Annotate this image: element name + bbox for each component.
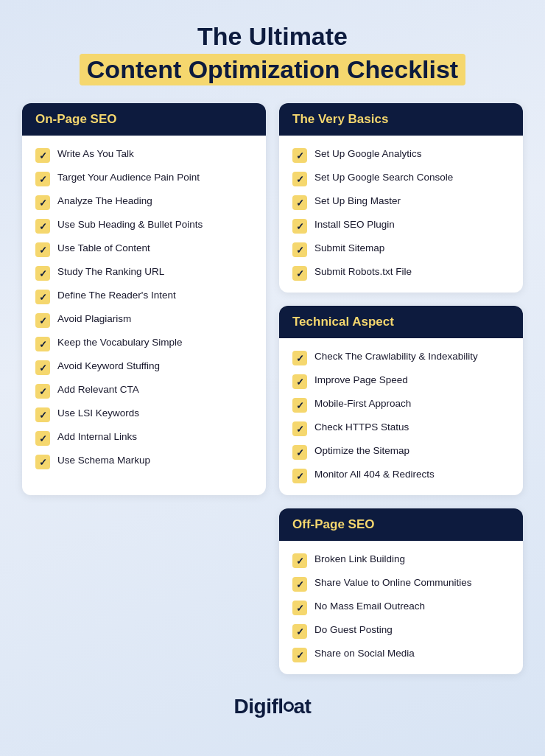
check-icon [292, 648, 307, 662]
item-text: Broken Link Building [314, 553, 405, 567]
item-text: Mobile-First Approach [314, 397, 411, 411]
page-title: The Ultimate Content Optimization Checkl… [80, 22, 465, 85]
item-text: Install SEO Plugin [314, 218, 395, 232]
card-technical: Technical Aspect Check The Crawlability … [279, 306, 523, 495]
check-icon [35, 219, 50, 234]
list-item: Set Up Google Analytics [292, 147, 510, 163]
card-offpage-title: Off-Page SEO [292, 517, 374, 531]
item-text: Use Schema Markup [57, 454, 150, 468]
list-item: Submit Robots.txt File [292, 265, 510, 281]
title-line1: The Ultimate [80, 22, 465, 51]
check-icon [292, 445, 307, 460]
check-icon [292, 624, 307, 639]
card-basics-body: Set Up Google AnalyticsSet Up Google Sea… [279, 136, 523, 293]
check-icon [292, 148, 307, 163]
item-text: Use Table of Content [57, 242, 150, 256]
check-icon [292, 351, 307, 365]
check-icon [292, 601, 307, 615]
list-item: Monitor All 404 & Redirects [292, 468, 510, 483]
card-offpage: Off-Page SEO Broken Link BuildingShare V… [279, 508, 523, 674]
logo-text-after: at [294, 695, 312, 718]
list-item: Install SEO Plugin [292, 218, 510, 234]
item-text: Set Up Google Search Console [314, 171, 453, 185]
check-icon [292, 219, 307, 234]
list-item: Broken Link Building [292, 553, 510, 568]
card-technical-header: Technical Aspect [279, 306, 523, 338]
card-onpage: On-Page SEO Write As You TalkTarget Your… [22, 103, 266, 495]
check-icon [292, 374, 307, 389]
list-item: Check The Crawlability & Indexability [292, 350, 510, 365]
list-item: No Mass Email Outreach [292, 600, 510, 615]
list-item: Use Sub Heading & Bullet Points [35, 218, 253, 234]
logo-o-icon [284, 701, 294, 712]
item-text: Use Sub Heading & Bullet Points [57, 218, 203, 232]
card-technical-body: Check The Crawlability & IndexabilityImp… [279, 338, 523, 495]
check-icon [35, 337, 50, 351]
item-text: Use LSI Keywords [57, 407, 139, 421]
list-item: Share on Social Media [292, 647, 510, 662]
item-text: No Mass Email Outreach [314, 600, 425, 614]
item-text: Avoid Plagiarism [57, 312, 131, 326]
list-item: Write As You Talk [35, 147, 253, 163]
list-item: Avoid Keyword Stuffing [35, 360, 253, 375]
check-icon [35, 431, 50, 446]
main-grid: The Very Basics Set Up Google AnalyticsS… [22, 103, 523, 495]
card-basics-title: The Very Basics [292, 112, 388, 126]
card-onpage-header: On-Page SEO [22, 103, 266, 136]
list-item: Analyze The Heading [35, 195, 253, 210]
card-basics: The Very Basics Set Up Google AnalyticsS… [279, 103, 523, 293]
check-icon [292, 266, 307, 281]
check-icon [292, 172, 307, 186]
item-text: Do Guest Posting [314, 623, 393, 637]
check-icon [292, 553, 307, 568]
item-text: Improve Page Speed [314, 374, 408, 388]
card-offpage-header: Off-Page SEO [279, 508, 523, 541]
card-onpage-body: Write As You TalkTarget Your Audience Pa… [22, 136, 266, 481]
check-icon [35, 455, 50, 469]
list-item: Add Internal Links [35, 430, 253, 446]
item-text: Share Value to Online Communities [314, 576, 472, 590]
check-icon [35, 148, 50, 163]
list-item: Do Guest Posting [292, 623, 510, 639]
list-item: Study The Ranking URL [35, 265, 253, 281]
check-icon [35, 242, 50, 257]
list-item: Target Your Audience Pain Point [35, 171, 253, 186]
card-offpage-body: Broken Link BuildingShare Value to Onlin… [279, 541, 523, 674]
list-item: Use LSI Keywords [35, 407, 253, 422]
check-icon [35, 360, 50, 375]
check-icon [35, 266, 50, 281]
item-text: Target Your Audience Pain Point [57, 171, 200, 185]
check-icon [35, 384, 50, 399]
list-item: Optimize the Sitemap [292, 444, 510, 460]
check-icon [35, 407, 50, 422]
item-text: Write As You Talk [57, 147, 134, 161]
check-icon [292, 577, 307, 592]
list-item: Define The Reader's Intent [35, 289, 253, 304]
list-item: Submit Sitemap [292, 242, 510, 257]
item-text: Analyze The Heading [57, 195, 152, 209]
list-item: Keep the Vocabulary Simple [35, 336, 253, 351]
check-icon [35, 195, 50, 210]
item-text: Study The Ranking URL [57, 265, 164, 279]
check-icon [292, 469, 307, 483]
list-item: Mobile-First Approach [292, 397, 510, 413]
item-text: Monitor All 404 & Redirects [314, 468, 435, 482]
check-icon [35, 290, 50, 304]
list-item: Check HTTPS Status [292, 421, 510, 436]
item-text: Set Up Bing Master [314, 195, 401, 209]
item-text: Optimize the Sitemap [314, 444, 409, 458]
list-item: Use Schema Markup [35, 454, 253, 469]
card-technical-title: Technical Aspect [292, 315, 394, 329]
item-text: Share on Social Media [314, 647, 415, 661]
list-item: Use Table of Content [35, 242, 253, 257]
check-icon [292, 195, 307, 210]
item-text: Check The Crawlability & Indexability [314, 350, 478, 364]
logo-text-before: Digifl [234, 695, 284, 718]
item-text: Submit Sitemap [314, 242, 384, 256]
item-text: Keep the Vocabulary Simple [57, 336, 183, 350]
logo-area: Digiflat [22, 687, 523, 722]
list-item: Avoid Plagiarism [35, 312, 253, 328]
card-basics-header: The Very Basics [279, 103, 523, 136]
check-icon [35, 313, 50, 328]
item-text: Check HTTPS Status [314, 421, 409, 435]
